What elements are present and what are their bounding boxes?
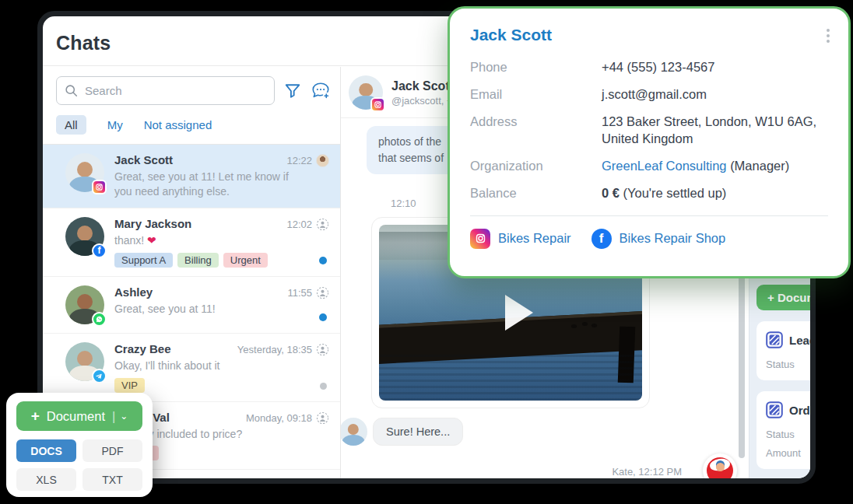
- lead-card[interactable]: Lead Status: [756, 321, 810, 380]
- balance-note: (You're settled up): [623, 186, 727, 200]
- tag-support: Support A: [114, 253, 173, 268]
- order-card[interactable]: Order Status Amount: [756, 391, 810, 469]
- lead-status-label: Status: [766, 359, 810, 370]
- filter-icon[interactable]: [284, 82, 301, 100]
- unassigned-icon: [316, 343, 329, 356]
- chat-item-ashley[interactable]: Ashley 11:55 Great, see you at 11!: [43, 276, 340, 333]
- balance-label: Balance: [470, 185, 602, 202]
- unread-dot: [319, 313, 327, 321]
- instagram-badge-icon: [92, 180, 107, 194]
- tag-vip: VIP: [114, 378, 145, 393]
- document-popup: + Document | ⌄ DOCS PDF XLS TXT: [6, 393, 153, 497]
- instagram-icon: [470, 229, 490, 249]
- instagram-badge-icon: [370, 97, 385, 112]
- order-amount-label: Amount: [766, 447, 810, 459]
- doc-type-pdf[interactable]: PDF: [82, 439, 142, 462]
- outgoing-message-meta: Kate, 12:12 PM: [341, 466, 682, 478]
- add-document-button[interactable]: + Document: [756, 285, 810, 310]
- chat-time: 12:02: [286, 219, 312, 230]
- play-icon[interactable]: [505, 295, 533, 331]
- chat-name: Jack Scott: [114, 153, 173, 166]
- chat-time: Monday, 09:18: [246, 412, 312, 424]
- chat-time: 11:55: [287, 287, 312, 299]
- kebab-menu-icon[interactable]: [827, 29, 830, 43]
- avatar: [341, 418, 367, 446]
- assigned-agent-avatar: [316, 154, 329, 167]
- heart-icon: ❤: [147, 234, 156, 247]
- chat-item-crazy-bee[interactable]: Crazy Bee Yesterday, 18:35 Okay, I'll th…: [43, 333, 340, 401]
- lead-card-title: Lead: [789, 334, 810, 347]
- tag-urgent: Urgent: [223, 253, 268, 268]
- tab-not-assigned[interactable]: Not assigned: [144, 118, 212, 131]
- chat-name: Crazy Bee: [114, 342, 171, 355]
- contact-detail-card: Jack Scott Phone +44 (555) 123-4567 Emai…: [448, 6, 851, 278]
- order-status-label: Status: [766, 429, 810, 440]
- search-input[interactable]: [85, 84, 266, 97]
- address-value: 123 Baker Street, London, W1U 6AG, Unite…: [602, 114, 828, 148]
- chat-item-jack-scott[interactable]: Jack Scott 12:22 Great, see you at 11! L…: [43, 145, 340, 208]
- chat-preview: Great, see you at 11! Let me know if you…: [114, 170, 329, 199]
- unassigned-icon: [316, 286, 329, 299]
- organization-value: GreenLeaf Consulting (Manager): [602, 158, 828, 175]
- unassigned-icon: [316, 218, 329, 231]
- add-document-split-button[interactable]: + Document | ⌄: [16, 401, 142, 431]
- chat-preview: Great, see you at 11!: [114, 302, 329, 317]
- doc-type-txt[interactable]: TXT: [82, 468, 142, 491]
- search-icon: [65, 84, 78, 97]
- order-icon: [766, 401, 783, 418]
- tab-all[interactable]: All: [56, 115, 86, 135]
- filter-tabs: All My Not assigned: [56, 115, 331, 135]
- divider: [470, 215, 828, 216]
- whatsapp-badge-icon: [92, 312, 107, 327]
- doc-type-xls[interactable]: XLS: [16, 468, 76, 491]
- page-title: Chats: [56, 32, 111, 54]
- new-chat-icon[interactable]: [311, 81, 331, 101]
- message-bubble: Sure! Here...: [373, 418, 463, 446]
- tab-my[interactable]: My: [107, 118, 123, 131]
- lead-icon: [766, 331, 783, 348]
- read-dot: [320, 383, 327, 390]
- balance-value: 0 € (You're settled up): [602, 185, 828, 202]
- chevron-down-icon: ⌄: [120, 411, 128, 422]
- email-label: Email: [470, 86, 602, 103]
- tag-billing: Billing: [177, 253, 219, 268]
- contact-name: Jack Scott: [470, 26, 828, 44]
- email-value: j.scott@gmail.com: [602, 86, 828, 103]
- instagram-profile-link[interactable]: Bikes Repair: [470, 229, 571, 249]
- page: Chats: [0, 0, 853, 504]
- doc-type-docs[interactable]: DOCS: [16, 439, 76, 462]
- balance-amount: 0 €: [602, 186, 620, 200]
- order-card-title: Order: [789, 404, 810, 417]
- chat-preview: thanx! ❤: [114, 233, 329, 248]
- chat-name: Mary Jackson: [114, 217, 191, 230]
- address-label: Address: [470, 114, 602, 148]
- facebook-icon: f: [591, 229, 612, 249]
- phone-label: Phone: [470, 59, 602, 76]
- chat-preview: Okay, I'll think about it: [114, 359, 329, 373]
- chat-time: Yesterday, 18:35: [237, 344, 312, 355]
- unassigned-icon: [316, 411, 329, 425]
- phone-value: +44 (555) 123-4567: [602, 59, 828, 76]
- facebook-badge-icon: f: [92, 243, 107, 258]
- document-button-label: Document: [47, 409, 105, 424]
- organization-link[interactable]: GreenLeaf Consulting: [602, 159, 727, 173]
- search-box[interactable]: [56, 76, 275, 105]
- plus-icon: +: [31, 408, 40, 425]
- chat-name: Ashley: [114, 285, 153, 299]
- chat-item-mary-jackson[interactable]: f Mary Jackson 12:02 thanx! ❤: [43, 208, 340, 276]
- chat-time: 12:22: [286, 155, 312, 166]
- facebook-profile-link[interactable]: f Bikes Repair Shop: [591, 229, 726, 249]
- sender-logo-avatar: [703, 453, 737, 478]
- organization-label: Organization: [470, 158, 602, 175]
- organization-role: (Manager): [730, 159, 789, 173]
- unread-dot: [319, 257, 327, 264]
- telegram-badge-icon: [92, 369, 107, 383]
